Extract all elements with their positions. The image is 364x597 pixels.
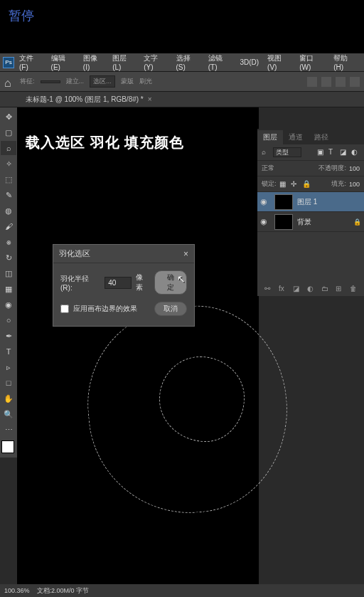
tab-layers[interactable]: 图层: [257, 130, 283, 144]
filter-adjust-icon[interactable]: ◐: [351, 148, 360, 157]
menu-edit[interactable]: 编辑(E): [48, 52, 78, 73]
marquee-tool[interactable]: ▢: [1, 125, 16, 139]
document-canvas[interactable]: 载入选区 羽化 填充颜色: [17, 107, 259, 591]
panel-tabs: 图层 通道 路径: [257, 129, 364, 144]
app-window: Ps 文件(F) 编辑(E) 图像(I) 图层(L) 文字(Y) 选择(S) 滤…: [0, 53, 364, 597]
filter-shape-icon[interactable]: ◪: [340, 148, 348, 157]
visibility-icon[interactable]: ◉: [260, 217, 270, 226]
dialog-close-icon[interactable]: ×: [183, 249, 188, 259]
layer-style-icon[interactable]: fx: [279, 285, 289, 293]
filter-text-icon[interactable]: T: [328, 148, 337, 157]
opt-icon-3[interactable]: [336, 77, 346, 87]
options-bar: ⌂ 将征: 建立... 选区... 蒙版 刷光: [0, 72, 364, 92]
blend-row: 正常 不透明度: 100: [257, 161, 364, 176]
visibility-icon[interactable]: ◉: [260, 197, 270, 206]
canvas-bounds-checkbox[interactable]: [60, 305, 69, 313]
layer-item[interactable]: ◉ 背景 🔒: [257, 212, 364, 232]
layer-name[interactable]: 背景: [297, 217, 311, 227]
blend-mode-dropdown[interactable]: 正常: [262, 164, 274, 173]
feather-radius-label: 羽化半径(R):: [60, 274, 100, 292]
lock-row: 锁定: ▦ ✢ 🔒 填充: 100: [257, 176, 364, 192]
zoom-tool[interactable]: 🔍: [1, 407, 16, 421]
document-tab-title: 未标题-1 @ 100% (图层 1, RGB/8#) *: [26, 95, 144, 105]
search-icon[interactable]: ⌕: [262, 148, 270, 157]
group-icon[interactable]: 🗀: [321, 285, 331, 293]
menu-bar: Ps 文件(F) 编辑(E) 图像(I) 图层(L) 文字(Y) 选择(S) 滤…: [0, 53, 364, 72]
document-tab[interactable]: 未标题-1 @ 100% (图层 1, RGB/8#) * ×: [20, 93, 158, 106]
opt-icon-1[interactable]: [307, 77, 317, 87]
layer-item[interactable]: ◉ 图层 1: [257, 192, 364, 212]
feather-radius-input[interactable]: [105, 277, 132, 289]
close-icon[interactable]: ×: [148, 95, 152, 103]
anti-label: 刷光: [139, 77, 152, 86]
eyedropper-tool[interactable]: ✎: [1, 188, 16, 202]
path-tool[interactable]: ▹: [1, 360, 16, 374]
dodge-tool[interactable]: ○: [1, 313, 16, 327]
dialog-titlebar[interactable]: 羽化选区 ×: [53, 245, 194, 263]
edit-toolbar[interactable]: ⋯: [1, 423, 16, 437]
lock-all-icon[interactable]: 🔒: [302, 180, 311, 189]
lock-label: 锁定:: [262, 179, 277, 189]
menu-3d[interactable]: 3D(D): [236, 57, 262, 68]
fill-label: 填充:: [331, 179, 346, 189]
layer-thumbnail[interactable]: [274, 214, 293, 230]
brush-tool[interactable]: 🖌: [1, 219, 16, 233]
tab-channels[interactable]: 通道: [283, 130, 309, 144]
crop-tool[interactable]: ⬚: [1, 172, 16, 186]
canvas-area: 载入选区 羽化 填充颜色 图层 通道 路径 ⌕ ▣ T ◪ ◐ 正常: [17, 107, 364, 583]
layer-filter-input[interactable]: [273, 147, 301, 157]
layer-name[interactable]: 图层 1: [297, 197, 317, 207]
selection-outline-inner: [159, 356, 245, 442]
history-brush-tool[interactable]: ↻: [1, 250, 16, 265]
tab-paths[interactable]: 路径: [309, 130, 334, 144]
cancel-button[interactable]: 取消: [154, 302, 187, 316]
pen-tool[interactable]: ✒: [1, 329, 16, 343]
mode-field[interactable]: 选区...: [90, 75, 115, 88]
ok-button[interactable]: 确定: [154, 270, 187, 295]
menu-file[interactable]: 文件(F): [16, 52, 46, 73]
blur-tool[interactable]: ◉: [1, 297, 16, 312]
layers-panel: 图层 通道 路径 ⌕ ▣ T ◪ ◐ 正常 不透明度: 100 锁定:: [257, 129, 364, 296]
menu-layer[interactable]: 图层(L): [109, 52, 139, 73]
menu-filter[interactable]: 滤镜(T): [205, 52, 235, 73]
wand-tool[interactable]: ✧: [1, 157, 16, 171]
healing-tool[interactable]: ◍: [1, 204, 16, 218]
new-layer-icon[interactable]: ⊞: [336, 285, 346, 293]
canvas-headline-text: 载入选区 羽化 填充颜色: [26, 133, 184, 152]
layer-mask-icon[interactable]: ◪: [293, 285, 303, 293]
lock-pixels-icon[interactable]: ▦: [279, 180, 288, 189]
preset-field[interactable]: [41, 80, 60, 83]
menu-image[interactable]: 图像(I): [80, 52, 107, 73]
type-tool[interactable]: T: [1, 344, 16, 359]
fill-value[interactable]: 100: [349, 181, 360, 188]
dialog-title: 羽化选区: [59, 248, 90, 259]
opacity-value[interactable]: 100: [349, 165, 360, 172]
filter-type-icon[interactable]: ▣: [317, 148, 326, 157]
menu-window[interactable]: 窗口(W): [296, 52, 328, 73]
delete-layer-icon[interactable]: 🗑: [350, 285, 360, 293]
gradient-tool[interactable]: ▦: [1, 282, 16, 296]
hand-tool[interactable]: ✋: [1, 391, 16, 406]
shape-tool[interactable]: □: [1, 376, 16, 390]
home-icon[interactable]: ⌂: [4, 77, 14, 87]
link-layers-icon[interactable]: ⚯: [264, 285, 274, 293]
layer-thumbnail[interactable]: [274, 194, 293, 210]
eraser-tool[interactable]: ◫: [1, 266, 16, 280]
move-tool[interactable]: ✥: [1, 110, 16, 124]
stamp-tool[interactable]: ⎈: [1, 235, 16, 249]
mode-label: 建立...: [66, 77, 85, 86]
adjustment-layer-icon[interactable]: ◐: [307, 285, 317, 293]
menu-type[interactable]: 文字(Y): [140, 52, 171, 73]
doc-info[interactable]: 文档:2.00M/0 字节: [37, 586, 90, 596]
lasso-tool[interactable]: ⌕: [1, 141, 16, 155]
toolbox: ✥ ▢ ⌕ ✧ ⬚ ✎ ◍ 🖌 ⎈ ↻ ◫ ▦ ◉ ○ ✒ T ▹ □ ✋ 🔍 …: [0, 107, 17, 458]
lock-position-icon[interactable]: ✢: [291, 180, 299, 189]
menu-select[interactable]: 选择(S): [173, 52, 203, 73]
opt-icon-4[interactable]: [350, 77, 360, 87]
opt-icon-2[interactable]: [321, 77, 331, 87]
menu-help[interactable]: 帮助(H): [330, 52, 361, 73]
feather-unit-label: 像素: [136, 273, 150, 292]
zoom-level[interactable]: 100.36%: [4, 587, 30, 594]
menu-view[interactable]: 视图(V): [264, 52, 294, 73]
color-swatch[interactable]: [1, 440, 14, 453]
